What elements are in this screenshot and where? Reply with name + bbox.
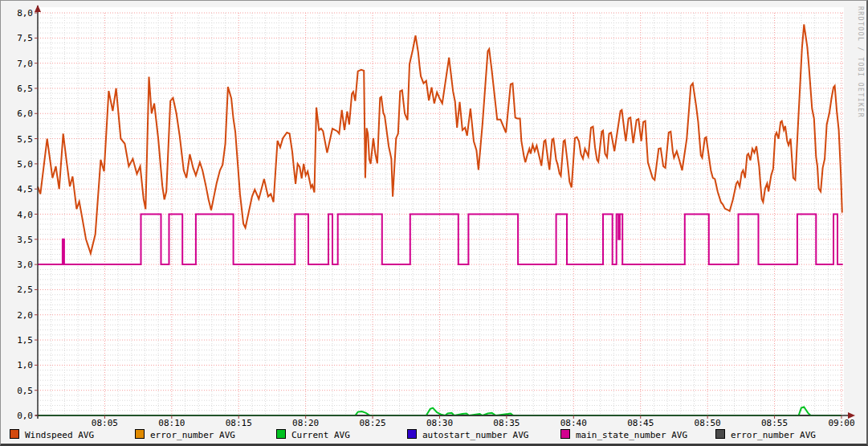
y-tick-label: 4,0	[17, 210, 33, 220]
x-tick-label: 08:05	[92, 418, 118, 428]
x-tick-label: 08:40	[560, 418, 587, 428]
y-tick-label: 1,0	[17, 360, 33, 370]
y-tick-label: 3,5	[17, 235, 33, 245]
x-tick-label: 08:30	[426, 418, 453, 428]
rrdtool-graph-panel: 8,07,57,06,56,05,55,04,54,03,53,02,52,01…	[0, 0, 868, 446]
y-tick-label: 7,0	[17, 59, 33, 69]
y-tick-label: 0,0	[17, 411, 33, 421]
y-tick-label: 6,0	[17, 108, 33, 119]
y-tick-label: 2,0	[17, 310, 33, 321]
y-tick-label: 0,5	[17, 386, 33, 396]
y-tick-label: 7,5	[17, 33, 33, 43]
rrdtool-chart: 8,07,57,06,56,05,55,04,54,03,53,02,52,01…	[1, 1, 865, 444]
y-tick-label: 6,5	[17, 84, 33, 94]
y-tick-label: 3,0	[17, 260, 33, 270]
y-tick-label: 8,0	[17, 8, 33, 18]
x-tick-label: 09:00	[828, 418, 854, 428]
y-tick-label: 1,5	[17, 335, 33, 346]
y-tick-label: 5,0	[17, 159, 33, 170]
x-tick-label: 08:45	[627, 418, 654, 428]
x-tick-label: 08:25	[360, 418, 386, 428]
y-tick-label: 4,5	[17, 184, 33, 194]
y-tick-label: 5,5	[17, 134, 33, 145]
x-tick-label: 08:50	[695, 418, 721, 428]
x-tick-label: 08:20	[292, 418, 319, 428]
x-tick-label: 08:55	[761, 418, 788, 428]
y-tick-label: 2,5	[17, 284, 33, 295]
rrdtool-watermark: RRDTOOL / TOBI OETIKER	[857, 6, 864, 118]
x-tick-label: 08:10	[158, 418, 185, 428]
x-tick-label: 08:15	[226, 418, 252, 428]
x-tick-label: 08:35	[493, 418, 520, 428]
